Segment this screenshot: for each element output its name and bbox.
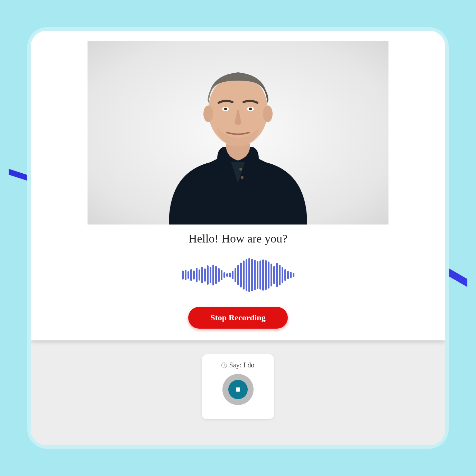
waveform-bar: [254, 260, 256, 290]
stop-recording-button[interactable]: Stop Recording: [188, 307, 287, 329]
waveform-bar: [237, 265, 239, 285]
waveform-bar: [246, 259, 247, 291]
svg-point-8: [249, 108, 252, 110]
waveform-bar: [201, 267, 203, 283]
waveform-bar: [212, 265, 214, 285]
response-area: i Say: I do: [31, 340, 445, 449]
audio-waveform: [182, 258, 294, 292]
waveform-bar: [293, 273, 294, 277]
app-card: Hello! How are you? Stop Recording i Say…: [27, 27, 449, 449]
waveform-bar: [182, 271, 184, 280]
waveform-bar: [279, 265, 281, 285]
waveform-bar: [204, 268, 206, 282]
waveform-bar: [257, 261, 258, 289]
svg-point-1: [241, 176, 244, 179]
waveform-bar: [223, 272, 225, 278]
say-prefix: Say:: [229, 361, 241, 369]
waveform-bar: [284, 269, 286, 281]
say-phrase: I do: [244, 361, 255, 369]
waveform-bar: [187, 271, 189, 279]
waveform-bar: [287, 271, 289, 279]
waveform-bar: [226, 273, 228, 277]
prompt-text: Hello! How are you?: [189, 232, 287, 245]
waveform-bar: [268, 262, 269, 289]
waveform-bar: [251, 259, 253, 291]
waveform-bar: [273, 266, 275, 284]
waveform-bar: [193, 271, 195, 280]
conversation-panel: Hello! How are you? Stop Recording: [31, 31, 445, 340]
waveform-bar: [207, 265, 209, 285]
waveform-bar: [221, 270, 222, 280]
stop-icon: [236, 387, 240, 392]
waveform-bar: [196, 268, 198, 282]
waveform-bar: [210, 267, 211, 283]
waveform-bar: [232, 271, 234, 279]
waveform-bar: [235, 268, 236, 282]
waveform-bar: [190, 269, 192, 281]
waveform-bar: [276, 263, 278, 287]
svg-point-4: [263, 106, 273, 122]
waveform-bar: [259, 260, 261, 290]
svg-point-3: [203, 106, 213, 122]
info-icon: i: [221, 363, 227, 368]
waveform-bar: [240, 263, 242, 287]
presenter-avatar: [148, 58, 328, 225]
waveform-bar: [229, 273, 231, 277]
waveform-bar: [265, 260, 267, 290]
waveform-bar: [185, 270, 186, 280]
svg-point-6: [224, 108, 227, 110]
waveform-bar: [248, 258, 250, 292]
presenter-video: [88, 41, 388, 225]
record-button-inner: [228, 380, 248, 399]
say-prompt-card: i Say: I do: [202, 354, 274, 419]
waveform-bar: [243, 260, 245, 290]
say-instruction: i Say: I do: [221, 361, 254, 369]
waveform-bar: [199, 269, 200, 281]
waveform-bar: [271, 264, 272, 286]
waveform-bar: [262, 259, 264, 291]
record-button[interactable]: [222, 374, 254, 405]
outer-frame: Hello! How are you? Stop Recording i Say…: [9, 9, 467, 467]
waveform-bar: [215, 266, 217, 284]
svg-point-0: [239, 168, 242, 171]
waveform-bar: [290, 272, 292, 278]
waveform-bar: [218, 268, 220, 282]
waveform-bar: [282, 267, 283, 283]
